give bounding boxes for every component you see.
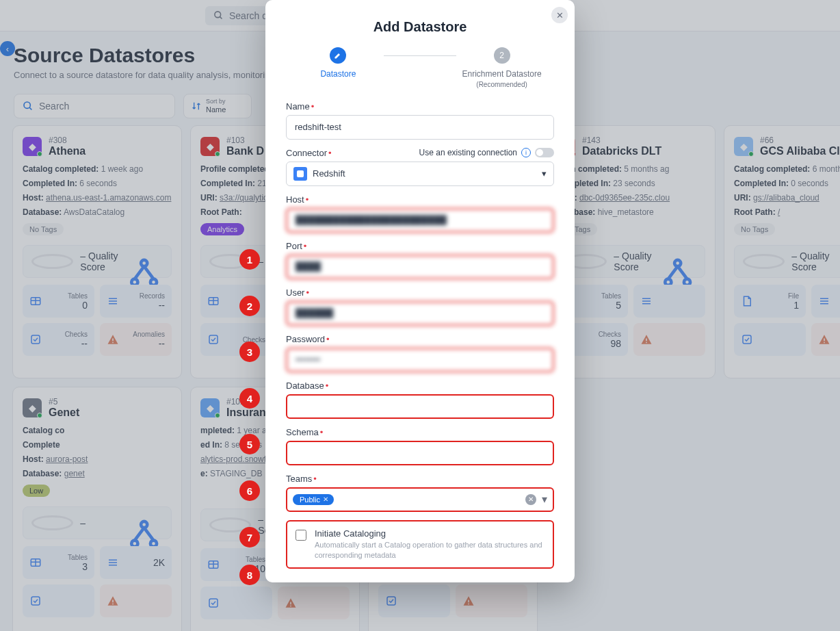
datastore-card[interactable]: ◆ #66 GCS Alibaba Cloud Catalog complete…: [724, 125, 840, 378]
badge-8: 8: [239, 565, 260, 585]
svg-line-74: [134, 528, 144, 540]
step-datastore[interactable]: Datastore: [293, 47, 384, 80]
svg-line-1: [220, 16, 222, 18]
svg-rect-97: [290, 602, 291, 605]
svg-rect-59: [646, 342, 647, 344]
svg-line-8: [144, 266, 153, 279]
chevron-down-icon: ▾: [542, 168, 547, 179]
back-button[interactable]: ‹: [0, 41, 15, 56]
info-icon: i: [521, 148, 531, 157]
sort-dropdown[interactable]: Sort by Name: [183, 94, 252, 118]
svg-rect-110: [387, 597, 395, 605]
svg-rect-83: [112, 600, 114, 603]
svg-rect-70: [824, 342, 825, 344]
remove-chip-icon: ✕: [323, 495, 328, 503]
label-teams: Teams•: [286, 474, 554, 484]
teams-select[interactable]: Public✕ ✕ ▾: [286, 487, 554, 512]
badge-5: 5: [239, 434, 260, 454]
svg-line-49: [668, 266, 677, 279]
user-input[interactable]: [286, 301, 554, 326]
redshift-icon: [293, 167, 307, 181]
svg-rect-82: [31, 597, 40, 605]
label-schema: Schema•: [286, 427, 554, 437]
label-password: Password•: [286, 334, 554, 344]
use-existing-toggle[interactable]: Use an existing connection i: [419, 148, 554, 157]
port-input[interactable]: [286, 255, 554, 279]
svg-line-50: [677, 266, 687, 279]
badge-2: 2: [239, 296, 260, 316]
search-icon: [23, 101, 34, 112]
datastore-card[interactable]: ◆ #5 Genet Catalog co Complete Host: aur…: [12, 387, 182, 631]
clear-icon[interactable]: ✕: [525, 494, 536, 505]
svg-rect-29: [209, 335, 218, 344]
svg-point-46: [674, 260, 681, 266]
badge-7: 7: [239, 527, 260, 548]
step-enrichment[interactable]: 2 Enrichment Datastore(Recommended): [456, 47, 547, 89]
initiate-cataloging-checkbox[interactable]: [296, 530, 306, 541]
password-input[interactable]: [286, 348, 554, 372]
close-button[interactable]: ✕: [551, 7, 568, 23]
badge-6: 6: [239, 480, 260, 501]
svg-line-3: [29, 107, 31, 110]
svg-rect-112: [468, 604, 469, 605]
svg-point-71: [141, 521, 147, 528]
label-name: Name•: [286, 101, 554, 112]
svg-rect-84: [112, 604, 114, 605]
initiate-cataloging-option[interactable]: Initiate Cataloging Automatically start …: [286, 520, 554, 569]
svg-line-7: [134, 266, 144, 279]
label-connector: Connector•: [286, 148, 332, 158]
svg-point-4: [141, 260, 147, 266]
host-input[interactable]: [286, 208, 554, 233]
label-port: Port•: [286, 241, 554, 251]
svg-rect-15: [31, 335, 40, 344]
badge-3: 3: [239, 342, 260, 362]
svg-rect-111: [468, 600, 469, 603]
step-2-icon: 2: [494, 47, 510, 64]
schema-input[interactable]: [286, 441, 554, 465]
step-line: [384, 55, 456, 56]
svg-rect-69: [824, 339, 825, 342]
toggle-switch[interactable]: [535, 148, 554, 157]
search-icon: [213, 10, 224, 21]
svg-rect-16: [112, 339, 114, 342]
form: Name• Connector• Use an existing connect…: [265, 101, 575, 569]
chevron-down-icon: ▾: [542, 493, 547, 506]
stepper: Datastore 2 Enrichment Datastore(Recomme…: [265, 47, 575, 101]
connector-select[interactable]: Redshift ▾: [286, 162, 554, 186]
svg-rect-68: [743, 335, 751, 344]
svg-rect-96: [209, 599, 218, 607]
database-input[interactable]: [286, 394, 554, 419]
pencil-icon: [330, 47, 346, 64]
svg-point-2: [24, 102, 30, 108]
label-database: Database•: [286, 381, 554, 391]
svg-rect-17: [112, 342, 114, 344]
team-chip[interactable]: Public✕: [293, 494, 334, 505]
datastore-card[interactable]: ◆ #308 Athena Catalog completed: 1 week …: [12, 125, 182, 378]
svg-rect-98: [290, 606, 291, 607]
modal-title: Add Datastore: [265, 0, 575, 47]
add-datastore-modal: ✕ Add Datastore Datastore 2 Enrichment D…: [265, 0, 575, 582]
badge-1: 1: [239, 249, 260, 270]
svg-rect-58: [646, 339, 647, 342]
search-input[interactable]: Search: [14, 94, 175, 118]
label-host: Host•: [286, 194, 554, 205]
sort-icon: [191, 101, 202, 112]
svg-point-0: [215, 12, 221, 18]
svg-line-75: [144, 528, 153, 540]
name-input[interactable]: [286, 115, 554, 140]
label-user: User•: [286, 287, 554, 298]
badge-4: 4: [239, 388, 260, 409]
